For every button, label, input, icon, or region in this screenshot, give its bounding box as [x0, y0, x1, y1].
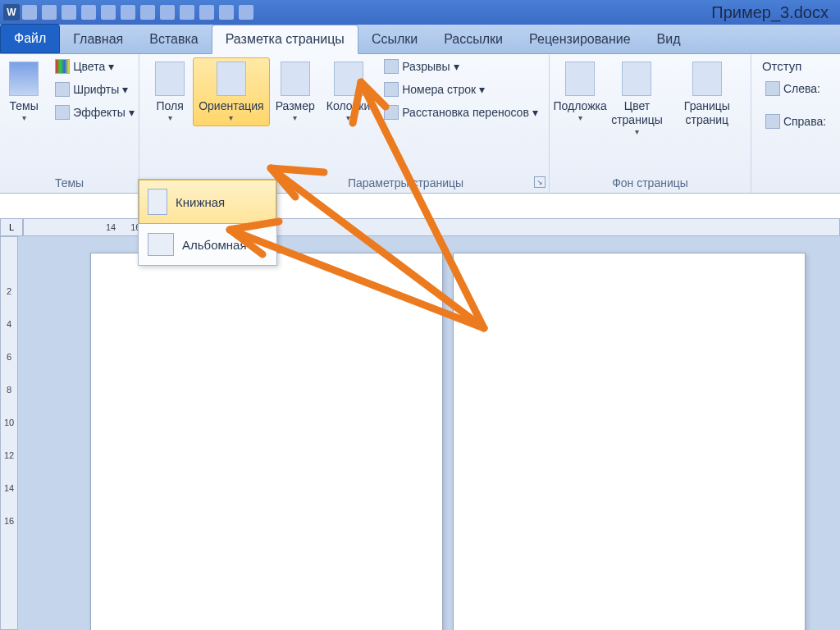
- size-label: Размер: [276, 99, 315, 113]
- tab-file[interactable]: Файл: [0, 24, 60, 53]
- page-setup-dialog-launcher[interactable]: ↘: [534, 176, 546, 188]
- page-color-icon: [622, 62, 651, 96]
- margins-button[interactable]: Поля ▾: [147, 57, 193, 126]
- qat-icon-5[interactable]: [101, 5, 116, 20]
- tab-references[interactable]: Ссылки: [358, 25, 431, 53]
- themes-button[interactable]: Темы ▾: [1, 57, 47, 126]
- breaks-label: Разрывы: [402, 60, 450, 73]
- orientation-icon: [217, 62, 246, 96]
- qat-icon-7[interactable]: [140, 5, 155, 20]
- line-numbers-button[interactable]: Номера строк ▾: [381, 80, 541, 98]
- tab-insert[interactable]: Вставка: [136, 25, 211, 53]
- breaks-icon: [384, 59, 399, 74]
- theme-fonts-label: Шрифты: [73, 83, 119, 96]
- chevron-down-icon: ▾: [22, 113, 26, 122]
- vertical-ruler[interactable]: 2 4 6 8 10 12 14 16: [0, 236, 18, 630]
- chevron-down-icon: ▾: [129, 106, 135, 119]
- group-page-setup: Поля ▾ Ориентация ▾ Размер ▾ Колонки ▾: [139, 54, 550, 193]
- document-title: Пример_3.docx: [256, 3, 837, 22]
- qat-redo-icon[interactable]: [62, 5, 76, 20]
- qat-icon-4[interactable]: [81, 5, 96, 20]
- document-page-1[interactable]: [90, 253, 443, 630]
- group-themes-label: Темы: [0, 176, 139, 189]
- ruler-tick: 12: [4, 450, 14, 460]
- ruler-tick: 6: [7, 352, 11, 362]
- page-borders-button[interactable]: Границы страниц: [670, 57, 744, 131]
- chevron-down-icon: ▾: [346, 113, 350, 122]
- qat-save-icon[interactable]: [22, 5, 37, 20]
- margins-icon: [155, 62, 185, 96]
- colors-icon: [55, 59, 70, 74]
- chevron-down-icon: ▾: [578, 113, 582, 122]
- effects-icon: [55, 105, 70, 120]
- chevron-down-icon: ▾: [122, 83, 128, 96]
- line-numbers-label: Номера строк: [402, 83, 476, 96]
- themes-label: Темы: [10, 99, 39, 113]
- theme-colors-button[interactable]: Цвета ▾: [52, 57, 138, 75]
- page-borders-label: Границы страниц: [676, 99, 738, 127]
- indent-right-label: Справа:: [783, 115, 826, 128]
- ribbon-tabs: Файл Главная Вставка Разметка страницы С…: [0, 25, 840, 54]
- page-color-button[interactable]: Цвет страницы ▾: [604, 57, 669, 140]
- orientation-portrait-item[interactable]: Книжная: [139, 180, 276, 224]
- tab-review[interactable]: Рецензирование: [516, 25, 644, 53]
- portrait-label: Книжная: [176, 195, 225, 209]
- qat-icon-10[interactable]: [199, 5, 214, 20]
- tab-page-layout[interactable]: Разметка страницы: [212, 25, 358, 54]
- theme-effects-label: Эффекты: [73, 106, 126, 119]
- chevron-down-icon: ▾: [635, 127, 639, 136]
- ruler-tick: 14: [106, 222, 116, 232]
- indent-right-icon: [765, 114, 780, 129]
- columns-label: Колонки: [326, 99, 370, 113]
- qat-icon-9[interactable]: [180, 5, 194, 20]
- chevron-down-icon: ▾: [293, 113, 297, 122]
- tab-mailings[interactable]: Рассылки: [431, 25, 516, 53]
- qat-icon-12[interactable]: [239, 5, 253, 20]
- qat-icon-11[interactable]: [219, 5, 234, 20]
- chevron-down-icon: ▾: [454, 60, 459, 73]
- margins-label: Поля: [157, 99, 184, 113]
- orientation-label: Ориентация: [199, 99, 263, 113]
- document-page-2[interactable]: [453, 253, 806, 630]
- qat-icon-6[interactable]: [121, 5, 135, 20]
- fonts-icon: [55, 82, 70, 97]
- theme-colors-label: Цвета: [73, 60, 105, 73]
- ruler-corner[interactable]: L: [0, 218, 23, 236]
- watermark-button[interactable]: Подложка ▾: [556, 57, 604, 126]
- qat-icon-8[interactable]: [160, 5, 175, 20]
- indent-left-stepper[interactable]: Слева:: [762, 80, 824, 98]
- columns-icon: [334, 62, 363, 96]
- indent-right-stepper[interactable]: Справа:: [762, 112, 829, 130]
- theme-effects-button[interactable]: Эффекты ▾: [52, 103, 138, 121]
- landscape-label: Альбомная: [182, 238, 247, 252]
- qat-undo-icon[interactable]: [42, 5, 57, 20]
- group-paragraph: Отступ Слева: Справа:: [751, 54, 840, 193]
- chevron-down-icon: ▾: [168, 113, 172, 122]
- chevron-down-icon: ▾: [532, 106, 538, 119]
- theme-fonts-button[interactable]: Шрифты ▾: [52, 80, 138, 98]
- group-page-background-label: Фон страницы: [550, 176, 751, 189]
- ruler-tick: 14: [4, 483, 14, 493]
- ruler-tick: 8: [7, 385, 11, 395]
- watermark-label: Подложка: [554, 99, 607, 113]
- orientation-button[interactable]: Ориентация ▾: [193, 57, 269, 126]
- tab-home[interactable]: Главная: [60, 25, 136, 53]
- group-themes: Темы ▾ Цвета ▾ Шрифты ▾ Эффекты ▾: [0, 54, 139, 193]
- tab-view[interactable]: Вид: [644, 25, 694, 53]
- indent-left-icon: [765, 81, 780, 96]
- document-workarea: L 14 16 18 20 22 24 2 4 6 8 10 12 14 16: [0, 218, 840, 630]
- columns-button[interactable]: Колонки ▾: [321, 57, 376, 126]
- titlebar: W Пример_3.docx: [0, 0, 840, 25]
- breaks-button[interactable]: Разрывы ▾: [381, 57, 541, 75]
- chevron-down-icon: ▾: [108, 60, 114, 73]
- orientation-landscape-item[interactable]: Альбомная: [139, 224, 276, 265]
- size-button[interactable]: Размер ▾: [270, 57, 321, 126]
- themes-icon: [9, 62, 39, 96]
- line-numbers-icon: [384, 82, 399, 97]
- page-borders-icon: [692, 62, 722, 96]
- hyphenation-button[interactable]: Расстановка переносов ▾: [381, 103, 541, 121]
- landscape-icon: [148, 233, 174, 256]
- watermark-icon: [565, 62, 595, 96]
- size-icon: [281, 62, 310, 96]
- page-color-label: Цвет страницы: [609, 99, 664, 127]
